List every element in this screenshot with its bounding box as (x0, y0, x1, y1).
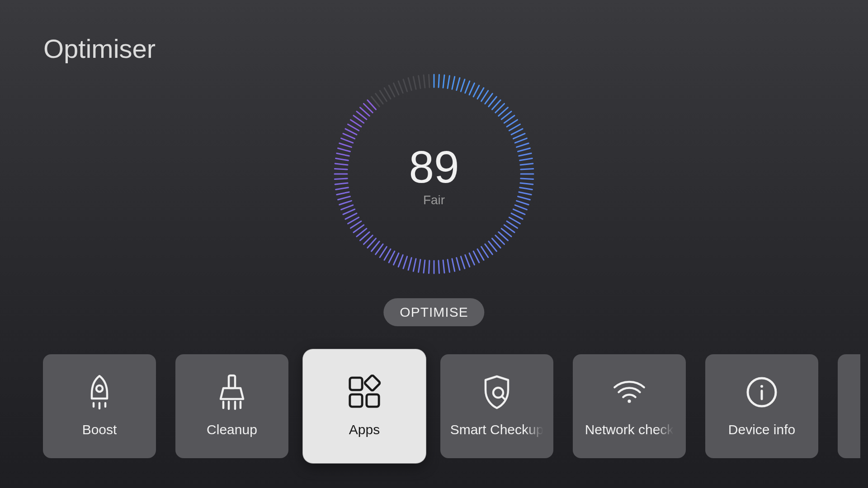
wifi-icon (612, 375, 646, 409)
svg-line-116 (413, 77, 416, 89)
svg-line-20 (509, 124, 520, 131)
tile-label: Smart Checkup (450, 422, 544, 437)
svg-line-8 (469, 83, 474, 95)
svg-line-93 (336, 159, 349, 160)
optimise-button[interactable]: OPTIMISE (383, 298, 484, 326)
svg-line-65 (408, 258, 411, 270)
svg-line-98 (343, 134, 355, 139)
svg-line-70 (384, 249, 391, 260)
svg-line-1 (439, 75, 439, 87)
svg-line-100 (348, 124, 359, 131)
rocket-icon (82, 375, 117, 409)
svg-line-81 (345, 213, 357, 219)
svg-line-4 (452, 77, 455, 89)
svg-line-118 (424, 75, 425, 88)
svg-line-38 (513, 209, 525, 214)
svg-line-62 (424, 260, 425, 273)
svg-line-23 (515, 138, 527, 143)
tile-network-check[interactable]: Network check (573, 354, 686, 458)
svg-point-120 (96, 385, 103, 392)
svg-line-26 (519, 153, 531, 156)
tile-device-info[interactable]: Device info (705, 354, 818, 458)
svg-line-58 (443, 260, 444, 273)
svg-line-7 (465, 81, 470, 93)
svg-line-66 (403, 257, 407, 269)
svg-line-82 (343, 209, 355, 214)
svg-line-9 (473, 85, 479, 97)
svg-line-28 (520, 164, 533, 165)
svg-line-71 (380, 247, 387, 257)
svg-line-27 (520, 159, 533, 160)
svg-line-68 (394, 253, 399, 265)
svg-rect-122 (350, 378, 362, 390)
svg-rect-123 (367, 394, 379, 407)
svg-line-22 (513, 134, 525, 139)
svg-line-99 (345, 129, 357, 135)
tile-smart-checkup[interactable]: Smart Checkup (440, 354, 553, 458)
svg-line-97 (341, 138, 353, 143)
shield-search-icon (480, 375, 514, 409)
info-icon (745, 375, 779, 409)
svg-line-88 (335, 183, 348, 184)
svg-line-2 (443, 75, 444, 88)
svg-line-86 (337, 192, 349, 195)
svg-line-29 (521, 169, 533, 169)
svg-line-63 (419, 260, 420, 272)
tile-apps[interactable]: Apps (303, 349, 426, 463)
tile-label: Device info (728, 422, 795, 437)
svg-line-35 (518, 197, 530, 200)
svg-line-52 (469, 253, 474, 265)
svg-line-89 (335, 178, 347, 179)
svg-line-84 (340, 201, 352, 205)
tile-label: Network check (585, 422, 674, 437)
svg-line-50 (477, 249, 484, 260)
svg-line-109 (380, 90, 387, 101)
svg-rect-121 (229, 375, 235, 388)
svg-line-101 (350, 120, 361, 127)
tile-label: Boost (82, 422, 117, 437)
svg-line-53 (465, 255, 470, 267)
svg-line-67 (398, 255, 403, 267)
svg-line-31 (521, 178, 533, 179)
svg-line-113 (398, 81, 403, 93)
svg-line-85 (338, 197, 350, 200)
svg-line-55 (457, 258, 460, 270)
svg-line-33 (520, 188, 533, 189)
score-gauge: 89 Fair (330, 70, 538, 278)
svg-line-3 (448, 76, 449, 89)
svg-line-64 (413, 259, 416, 271)
svg-line-115 (408, 78, 411, 90)
svg-line-11 (481, 90, 488, 101)
svg-line-110 (384, 88, 391, 99)
svg-line-111 (389, 85, 395, 97)
svg-line-37 (515, 205, 527, 210)
tiles-row: Boost Cleanup Apps (43, 354, 860, 458)
tile-cleanup[interactable]: Cleanup (175, 354, 288, 458)
svg-line-32 (520, 183, 533, 184)
svg-line-49 (481, 247, 488, 257)
tile-boost[interactable]: Boost (43, 354, 156, 458)
svg-line-57 (448, 260, 449, 272)
svg-line-94 (337, 153, 349, 156)
svg-line-25 (518, 148, 530, 151)
svg-line-69 (389, 251, 395, 263)
svg-line-91 (335, 169, 347, 169)
svg-line-51 (473, 251, 479, 263)
svg-line-19 (507, 120, 517, 127)
brush-icon (215, 375, 249, 409)
tile-label: Apps (349, 422, 380, 437)
svg-line-39 (511, 213, 523, 219)
svg-line-10 (477, 88, 484, 99)
svg-line-79 (350, 221, 361, 228)
svg-point-129 (760, 385, 763, 388)
svg-line-59 (439, 261, 439, 273)
svg-line-56 (452, 259, 455, 271)
svg-line-5 (457, 78, 460, 90)
svg-point-127 (627, 399, 631, 403)
tile-overflow[interactable] (838, 354, 860, 458)
svg-line-61 (429, 261, 429, 273)
svg-line-112 (394, 83, 399, 95)
svg-line-6 (461, 80, 465, 92)
svg-line-40 (509, 217, 520, 224)
page-title: Optimiser (43, 33, 156, 64)
